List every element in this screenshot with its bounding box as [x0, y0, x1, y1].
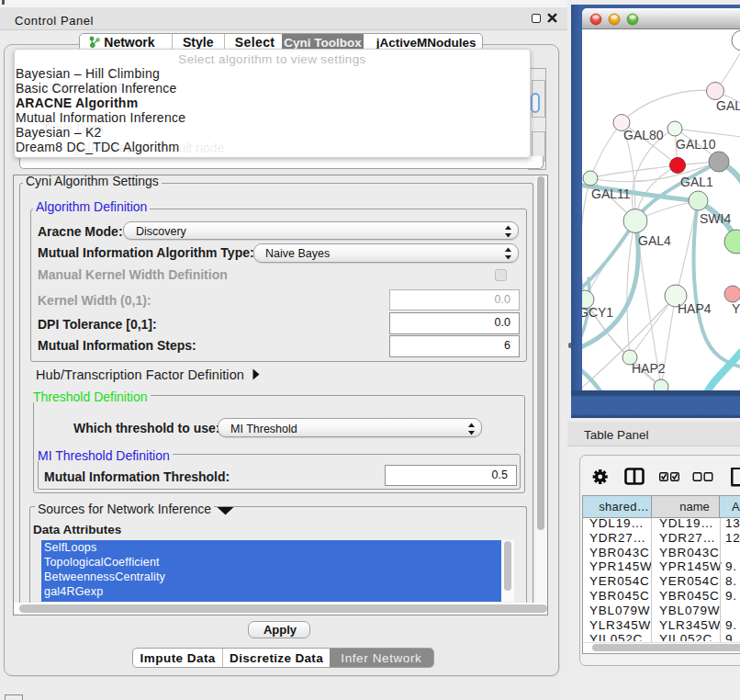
- svg-text:GAL80: GAL80: [623, 128, 664, 142]
- svg-text:HAP2: HAP2: [632, 361, 666, 376]
- svg-text:YL: YL: [732, 301, 740, 316]
- svg-text:GAL4: GAL4: [638, 233, 671, 248]
- svg-text:GAL10: GAL10: [676, 137, 716, 152]
- svg-text:GCY1: GCY1: [582, 305, 613, 320]
- svg-text:GAL2: GAL2: [716, 98, 740, 113]
- svg-text:HAP4: HAP4: [678, 301, 712, 316]
- svg-text:GAL1: GAL1: [680, 175, 713, 189]
- svg-text:GAL11: GAL11: [591, 186, 631, 201]
- svg-text:SWI4: SWI4: [700, 211, 731, 226]
